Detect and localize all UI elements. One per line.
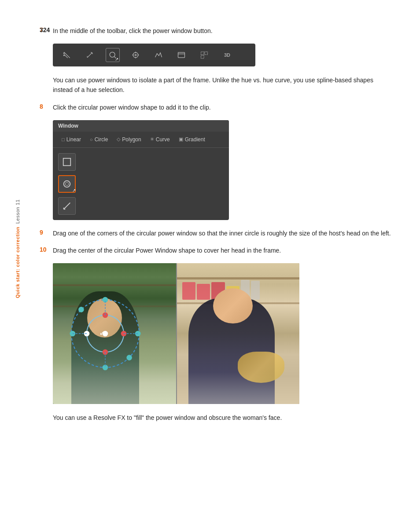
circle-shape-btn[interactable]: ↗ (58, 175, 76, 193)
frame-icon (174, 48, 188, 62)
video-left-panel: ↙ (53, 263, 176, 404)
paragraph-1: You can use power windows to isolate a p… (53, 75, 394, 95)
shape-row-3 (58, 197, 224, 215)
svg-rect-16 (201, 52, 204, 55)
gradient-tab-icon: ▣ (179, 136, 183, 142)
main-content: 324 7 In the middle of the toolbar, clic… (35, 0, 420, 518)
step-text-10: Drag the center of the circular Power Wi… (53, 246, 281, 255)
tab-polygon-label: Polygon (122, 136, 141, 143)
3d-icon: 3D (220, 48, 234, 62)
video-screenshot: ↙ (53, 263, 299, 404)
polygon-tab-icon: ◇ (117, 136, 120, 142)
sidebar: Lesson 11 Quick start: color correction (0, 0, 35, 518)
svg-point-9 (135, 54, 136, 55)
tab-polygon[interactable]: ◇ Polygon (113, 135, 144, 144)
tab-gradient[interactable]: ▣ Gradient (175, 135, 209, 144)
page-number: 324 (40, 26, 50, 33)
window-panel-screenshot: Window □ Linear ○ Circle ◇ Polygon ✳ Cur… (53, 120, 229, 220)
step-9: 9 Drag one of the corners of the circula… (40, 229, 394, 238)
tab-curve[interactable]: ✳ Curve (147, 135, 173, 144)
target-icon (129, 48, 143, 62)
video-right-panel (176, 263, 299, 404)
step-text-7: In the middle of the toolbar, click the … (53, 26, 213, 36)
tab-circle-label: Circle (95, 136, 108, 143)
step-text-8: Click the circular power window shape to… (53, 103, 211, 112)
shape-row-1 (58, 153, 224, 171)
svg-rect-17 (205, 52, 208, 55)
step-7: 7 In the middle of the toolbar, click th… (40, 26, 394, 36)
svg-line-22 (64, 202, 70, 209)
svg-point-36 (127, 355, 132, 360)
pencil-icon (83, 48, 97, 62)
window-panel-title: Window (53, 120, 229, 132)
shape-row-2: ↗ (58, 175, 224, 193)
chapter-label: Quick start: color correction (15, 227, 20, 298)
svg-point-3 (63, 55, 65, 56)
svg-point-8 (133, 52, 138, 58)
select-icon (197, 48, 211, 62)
linear-tab-icon: □ (62, 137, 65, 142)
tab-curve-label: Curve (156, 136, 170, 143)
svg-point-6 (110, 52, 115, 57)
step-number-8: 8 (40, 103, 53, 110)
step-number-10: 10 (40, 246, 53, 253)
svg-rect-14 (178, 52, 185, 58)
svg-rect-18 (201, 55, 204, 59)
svg-point-37 (79, 307, 84, 312)
square-shape-btn[interactable] (58, 153, 76, 171)
qualifier-icon (151, 48, 166, 62)
pencil-shape-btn[interactable] (58, 197, 76, 215)
toolbar-screenshot: ↗ (53, 44, 255, 66)
curve-tab-icon: ✳ (150, 136, 154, 142)
circle-tab-icon: ○ (90, 137, 93, 142)
svg-point-2 (63, 52, 65, 54)
bottom-paragraph: You can use a Resolve FX to "fill" the p… (53, 413, 394, 422)
svg-line-4 (87, 52, 92, 58)
scissors-icon (60, 48, 74, 62)
lesson-label: Lesson 11 (15, 199, 20, 224)
window-tabs: □ Linear ○ Circle ◇ Polygon ✳ Curve ▣ (53, 132, 229, 148)
step-10: 10 Drag the center of the circular Power… (40, 246, 394, 255)
svg-point-21 (65, 182, 68, 185)
step-text-9: Drag one of the corners of the circular … (53, 229, 391, 238)
tab-linear[interactable]: □ Linear (58, 135, 85, 144)
tab-linear-label: Linear (66, 136, 81, 143)
tab-circle[interactable]: ○ Circle (86, 135, 111, 144)
window-shapes: ↗ (53, 148, 229, 220)
power-window-icon[interactable]: ↗ (106, 48, 120, 62)
svg-rect-19 (63, 158, 71, 166)
svg-point-20 (64, 180, 70, 187)
step-number-9: 9 (40, 229, 53, 236)
tab-gradient-label: Gradient (185, 136, 205, 143)
step-8: 8 Click the circular power window shape … (40, 103, 394, 112)
